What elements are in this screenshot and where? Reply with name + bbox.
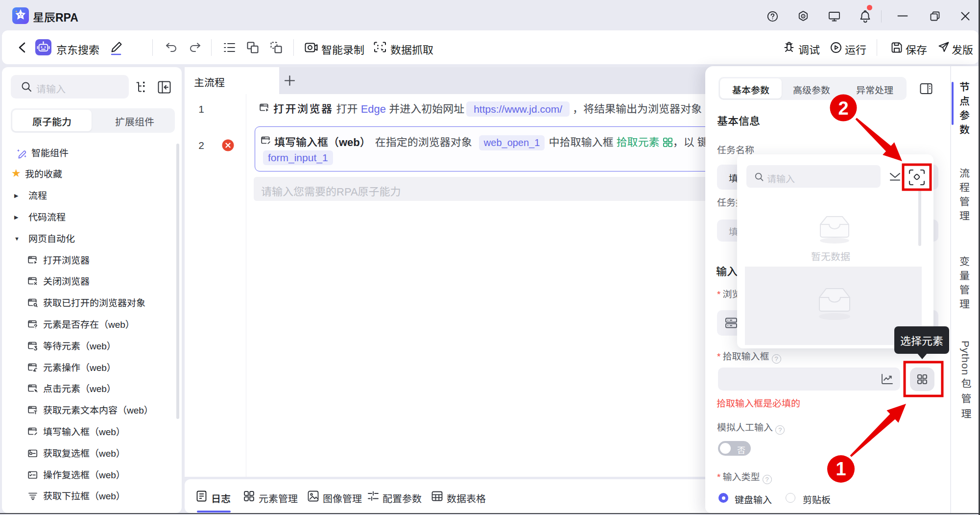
svg-text:1: 1	[836, 459, 846, 479]
svg-text:2: 2	[838, 98, 848, 119]
